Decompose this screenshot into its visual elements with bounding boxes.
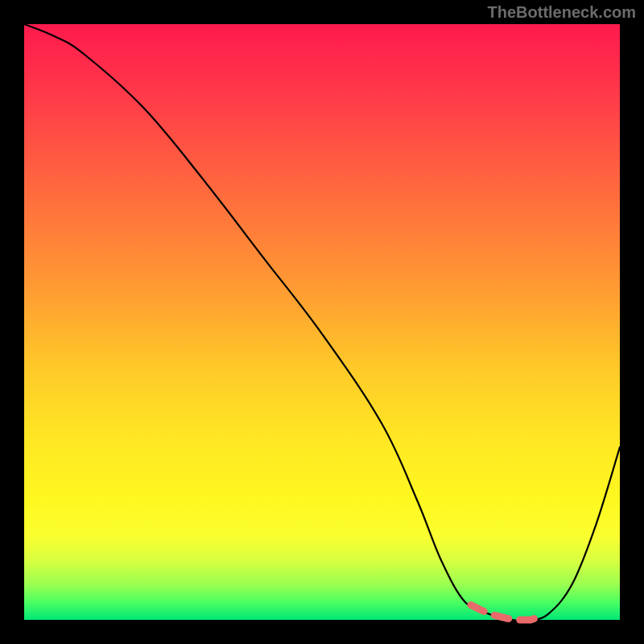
watermark-text: TheBottleneck.com: [488, 3, 636, 22]
bottleneck-curve: [24, 24, 620, 621]
plot-gradient-area: [24, 24, 620, 620]
chart-container: TheBottleneck.com: [0, 0, 644, 644]
chart-svg: [24, 24, 620, 620]
optimal-range-highlight: [471, 605, 543, 621]
